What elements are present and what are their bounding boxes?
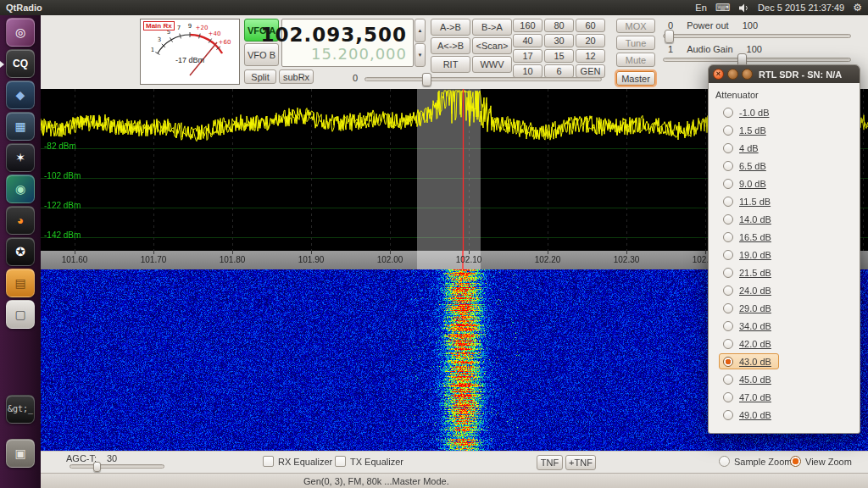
band-60-button[interactable]: 60 [576,19,605,32]
plus-tnf-button[interactable]: +TNF [565,455,596,470]
gear-icon[interactable]: ⚙ [853,3,862,13]
split-button[interactable]: Split [244,69,276,84]
band-10-button[interactable]: 10 [513,64,542,78]
ubuntu-logo-icon: ◎ [15,26,25,38]
launcher-item-drawer[interactable]: ▣ [6,439,35,468]
document-icon: ▢ [14,308,25,320]
vfo-b-button[interactable]: VFO B [244,43,279,66]
frequency-up-button[interactable]: ▲ [415,19,426,42]
rit-button[interactable]: RIT [431,56,470,73]
attenuator-option-label: 9.0 dB [739,179,766,189]
power-out-handle[interactable] [665,30,674,43]
attenuator-option[interactable]: 4 dB [719,140,766,156]
agc-handle[interactable] [93,462,101,472]
band-80-button[interactable]: 80 [544,19,574,32]
attenuator-option[interactable]: 11.5 dB [719,193,778,209]
clock[interactable]: Dec 5 2015 21:37:49 [758,3,844,13]
dialog-titlebar[interactable]: × RTL SDR - SN: N/A [709,65,860,83]
a-swap-b-button[interactable]: A<->B [431,37,470,54]
launcher-item-satellite-tracker[interactable]: ✶ [6,143,35,172]
launcher-item-dash-home[interactable]: ◎ [6,18,35,47]
band-20-button[interactable]: 20 [576,34,605,47]
attenuator-option[interactable]: 42.0 dB [719,336,779,352]
audio-gain-label: Audio Gain [687,44,732,54]
tx-equalizer-checkbox[interactable]: TX Equalizer [335,456,403,467]
attenuator-list: -1.0 dB 1.5 dB 4 dB 6.5 dB 9.0 dB 11.5 d… [709,103,860,424]
subrx-button[interactable]: subRx [279,69,314,84]
tune-button[interactable]: Tune [616,36,655,50]
launcher-item-system-monitor[interactable]: ▦ [6,112,35,141]
band-17-button[interactable]: 17 [513,49,542,63]
meter-reading: -17 dBm [141,56,239,64]
band-30-button[interactable]: 30 [544,34,574,47]
attenuator-option[interactable]: 9.0 dB [719,175,774,191]
frequency-display[interactable]: 102.093,500 15.200,000 [281,19,414,67]
maximize-icon[interactable] [742,69,753,80]
attenuator-option[interactable]: 34.0 dB [719,318,779,334]
attenuator-option[interactable]: 47.0 dB [719,389,779,405]
band-15-button[interactable]: 15 [544,49,574,63]
launcher-item-documents[interactable]: ▢ [6,300,35,329]
launcher-item-mask-app[interactable]: ✪ [6,237,35,266]
band-12-button[interactable]: 12 [576,49,605,63]
radio-icon [723,321,733,331]
rx-equalizer-checkbox[interactable]: RX Equalizer [263,456,332,467]
a-to-b-button[interactable]: A->B [431,19,470,36]
attenuator-option[interactable]: 49.0 dB [719,407,779,423]
keyboard-layout-indicator[interactable]: En [695,3,706,13]
tuning-slider-min-label: 0 [353,73,358,83]
attenuator-option-label: 4 dB [739,143,759,153]
mox-button[interactable]: MOX [616,19,655,33]
sub-frequency: 15.200,000 [311,46,407,63]
band-40-button[interactable]: 40 [513,34,542,47]
attenuator-option[interactable]: 19.0 dB [719,247,779,263]
close-icon[interactable]: × [713,69,724,80]
attenuator-option-label: -1.0 dB [739,108,769,118]
launcher-item-qtradio[interactable]: CQ [6,49,35,78]
attenuator-option[interactable]: 6.5 dB [719,158,774,174]
freq-label: 102.00 [370,255,409,264]
attenuator-option[interactable]: 43.0 dB [719,353,779,369]
attenuator-option[interactable]: 16.5 dB [719,229,779,245]
mute-button[interactable]: Mute [616,53,655,67]
minimize-icon[interactable] [727,69,738,80]
view-zoom-radio[interactable]: View Zoom [790,456,852,467]
scan-button[interactable]: <Scan> [472,37,512,54]
frequency-down-button[interactable]: ▼ [415,43,426,67]
band-gen-button[interactable]: GEN [576,64,605,78]
tnf-button[interactable]: TNF [537,455,563,470]
band-160-button[interactable]: 160 [513,19,542,32]
rx-equalizer-label: RX Equalizer [278,457,332,467]
power-out-slider[interactable] [663,30,851,42]
attenuator-option-label: 24.0 dB [739,286,771,296]
attenuator-option[interactable]: 1.5 dB [719,122,774,138]
attenuator-option-label: 34.0 dB [739,321,771,331]
wwv-button[interactable]: WWV [472,56,512,73]
unity-launcher: ◎ CQ ◆ ▦ ✶ ◉ ◕ ✪ ▤ ▢ &gt;_ ▣ [0,15,41,488]
keyboard-icon[interactable]: ⌨ [715,3,730,13]
launcher-item-blue-app[interactable]: ◆ [6,80,35,109]
attenuator-option[interactable]: -1.0 dB [719,104,776,120]
sample-zoom-radio[interactable]: Sample Zoom [719,456,792,467]
running-indicator [0,61,4,68]
tuning-slider-handle[interactable] [422,73,431,86]
master-button[interactable]: Master [616,71,655,86]
qtradio-icon: CQ [13,58,28,69]
agc-slider[interactable] [70,463,164,471]
attenuator-option[interactable]: 29.0 dB [719,300,779,316]
attenuator-option[interactable]: 45.0 dB [719,371,779,387]
attenuator-option-label: 21.5 dB [739,268,771,278]
attenuator-option[interactable]: 14.0 dB [719,211,779,227]
svg-text:+40: +40 [209,30,221,37]
bottom-controls: AGC-T: 30 RX Equalizer TX Equalizer TNF … [41,451,868,473]
volume-icon[interactable] [738,3,749,13]
launcher-item-earth-viewer[interactable]: ◉ [6,175,35,203]
launcher-item-firefox[interactable]: ◕ [6,206,35,235]
attenuator-option[interactable]: 21.5 dB [719,264,779,280]
b-to-a-button[interactable]: B->A [472,19,512,36]
launcher-item-files[interactable]: ▤ [6,269,35,297]
launcher-item-terminal[interactable]: &gt;_ [6,395,35,424]
attenuator-option[interactable]: 24.0 dB [719,282,779,298]
band-6-button[interactable]: 6 [544,64,574,78]
audio-gain-groove [663,58,851,62]
